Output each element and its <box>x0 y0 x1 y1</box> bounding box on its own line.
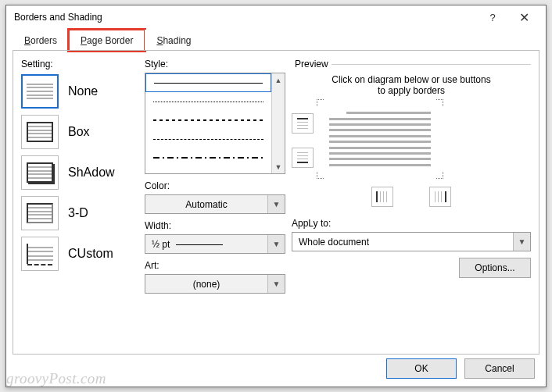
art-label: Art: <box>145 260 285 271</box>
svg-rect-10 <box>383 191 384 202</box>
color-value: Automatic <box>145 199 267 210</box>
dialog-title: Borders and Shading <box>14 12 477 23</box>
setting-3d-icon <box>21 196 59 230</box>
preview-diagram[interactable] <box>321 104 439 174</box>
style-column: Style: ▲ ▼ Color: Automatic ▼ <box>145 59 285 351</box>
scroll-up-icon[interactable]: ▲ <box>272 73 285 87</box>
border-right-button[interactable] <box>429 187 451 207</box>
svg-rect-6 <box>297 155 308 156</box>
setting-shadow-label: ShAdow <box>68 166 115 180</box>
cancel-button[interactable]: Cancel <box>464 358 535 379</box>
svg-rect-3 <box>297 128 308 129</box>
preview-diagram-area <box>292 104 531 174</box>
close-button[interactable]: ✕ <box>508 5 539 29</box>
svg-rect-13 <box>435 191 436 202</box>
preview-legend: Preview <box>292 59 332 69</box>
chevron-down-icon: ▼ <box>267 195 285 213</box>
setting-box-label: Box <box>68 125 90 139</box>
scroll-down-icon[interactable]: ▼ <box>272 160 285 173</box>
options-button[interactable]: Options... <box>459 258 531 278</box>
setting-custom[interactable]: CUstom <box>21 237 138 271</box>
titlebar: Borders and Shading ? ✕ <box>6 5 546 29</box>
chevron-down-icon: ▼ <box>267 275 285 293</box>
apply-to-value: Whole document <box>292 237 513 248</box>
tab-page-border[interactable]: Page Borderdocument.currentScript.previo… <box>69 30 145 51</box>
setting-custom-label: CUstom <box>68 247 113 261</box>
dialog-footer: OK Cancel <box>386 358 535 379</box>
svg-rect-8 <box>376 191 378 202</box>
svg-rect-0 <box>297 118 308 119</box>
ok-button[interactable]: OK <box>386 358 457 379</box>
style-solid[interactable] <box>145 73 271 92</box>
border-left-button[interactable] <box>371 187 393 207</box>
dialog-body: Setting: None Box ShAdow 3-D <box>13 50 539 355</box>
chevron-down-icon: ▼ <box>267 235 285 253</box>
border-top-button[interactable] <box>292 113 314 134</box>
apply-to-dropdown[interactable]: Whole document ▼ <box>292 232 531 251</box>
width-preview-line <box>176 244 223 245</box>
svg-rect-15 <box>441 191 442 202</box>
setting-none-label: None <box>68 84 98 98</box>
color-dropdown[interactable]: Automatic ▼ <box>145 194 285 214</box>
style-dashed-fine[interactable] <box>145 111 271 130</box>
tab-shading[interactable]: Shadingdocument.currentScript.previousEl… <box>145 30 203 51</box>
settings-column: Setting: None Box ShAdow 3-D <box>21 59 138 351</box>
width-label: Width: <box>145 220 285 231</box>
style-dotted[interactable] <box>145 92 271 111</box>
svg-rect-12 <box>445 191 446 202</box>
style-dashed[interactable] <box>145 130 271 148</box>
preview-column: Preview Click on diagram below or use bu… <box>292 59 531 351</box>
width-dropdown[interactable]: ½ pt ▼ <box>145 234 285 254</box>
preview-fieldset: Preview <box>292 59 531 69</box>
apply-to-label: AppLy to: <box>292 218 531 229</box>
setting-custom-icon <box>21 237 59 271</box>
chevron-down-icon: ▼ <box>513 233 530 251</box>
tab-borders[interactable]: Bordersdocument.currentScript.previousEl… <box>13 30 69 51</box>
svg-rect-1 <box>297 122 308 123</box>
color-label: Color: <box>145 180 285 191</box>
svg-rect-11 <box>386 191 387 202</box>
setting-3d[interactable]: 3-D <box>21 196 138 230</box>
preview-hint: Click on diagram below or use buttons to… <box>292 74 531 96</box>
apply-to-section: AppLy to: Whole document ▼ Options... <box>292 218 531 251</box>
width-value: ½ pt <box>145 239 267 250</box>
border-bottom-button[interactable] <box>292 148 314 168</box>
svg-rect-2 <box>297 125 308 126</box>
tab-strip: Bordersdocument.currentScript.previousEl… <box>6 29 546 50</box>
setting-none-icon <box>21 74 59 109</box>
setting-box[interactable]: Box <box>21 115 138 149</box>
setting-shadow-icon <box>21 155 59 190</box>
art-dropdown[interactable]: (none) ▼ <box>145 274 285 294</box>
setting-3d-label: 3-D <box>68 206 88 220</box>
style-listbox[interactable]: ▲ ▼ <box>145 73 285 174</box>
art-value: (none) <box>145 279 267 290</box>
svg-rect-9 <box>380 191 381 202</box>
svg-rect-14 <box>438 191 439 202</box>
settings-label: Setting: <box>21 59 138 69</box>
style-label: Style: <box>145 59 285 69</box>
help-button[interactable]: ? <box>477 5 508 29</box>
setting-none[interactable]: None <box>21 74 138 109</box>
svg-rect-5 <box>297 152 308 153</box>
setting-box-icon <box>21 115 59 149</box>
borders-shading-dialog: Borders and Shading ? ✕ Bordersdocument.… <box>5 5 547 387</box>
svg-rect-7 <box>297 159 308 159</box>
setting-shadow[interactable]: ShAdow <box>21 155 138 190</box>
svg-rect-4 <box>297 162 308 163</box>
style-dashdot[interactable] <box>145 148 271 167</box>
style-scrollbar[interactable]: ▲ ▼ <box>271 73 285 173</box>
